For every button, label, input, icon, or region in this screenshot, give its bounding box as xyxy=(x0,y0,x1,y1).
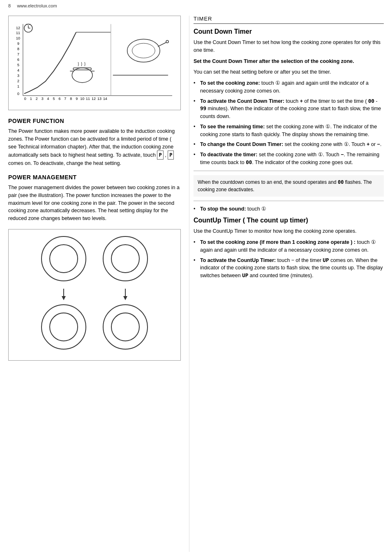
power-function-title: POWER FUNCTION xyxy=(8,118,181,124)
power-management-text: The power management divides the power b… xyxy=(8,184,181,222)
heat-graph: 12 11 10 9 8 7 6 5 4 3 2 1 0 0 1 2 xyxy=(8,16,181,110)
right-circle-bottom-inner xyxy=(111,313,140,341)
svg-text:5: 5 xyxy=(17,63,19,67)
p-symbol-2: P xyxy=(168,151,174,160)
right-circle-group xyxy=(103,236,148,281)
stop-sound-bullet: To stop the sound: touch ① xyxy=(194,205,384,213)
svg-point-43 xyxy=(132,43,155,58)
svg-text:3: 3 xyxy=(17,74,19,78)
info-box: When the countdown comes to an end, the … xyxy=(194,175,384,197)
count-down-bullets: To set the cooking zone: touch ① again a… xyxy=(194,79,384,167)
svg-marker-49 xyxy=(123,296,127,300)
svg-text:6: 6 xyxy=(58,97,60,101)
left-column: 12 11 10 9 8 7 6 5 4 3 2 1 0 0 1 2 xyxy=(0,16,189,552)
left-circle-bottom-group xyxy=(41,304,86,350)
bullet-remaining-bold: To see the remaining time: xyxy=(200,124,265,130)
svg-text:13: 13 xyxy=(97,97,101,101)
svg-rect-39 xyxy=(73,68,91,70)
bullet-change-timer: To change the Count Down Timer: set the … xyxy=(194,141,384,148)
svg-text:10: 10 xyxy=(16,36,20,40)
bullet-deactivate-bold: To deactivate the timer: xyxy=(200,152,257,158)
left-circle-bottom-outer xyxy=(41,304,86,350)
count-down-sub-text: You can set the heat setting before or a… xyxy=(194,68,384,76)
count-up-intro: Use the CountUp Timer to monitor how lon… xyxy=(194,227,384,235)
svg-marker-47 xyxy=(62,296,66,300)
svg-text:1: 1 xyxy=(30,97,32,101)
right-circle-bottom-outer xyxy=(103,304,148,350)
svg-text:12: 12 xyxy=(92,97,96,101)
right-circle-outer xyxy=(103,236,148,281)
svg-text:12: 12 xyxy=(16,26,20,30)
svg-text:10: 10 xyxy=(80,97,84,101)
bullet-remaining-time: To see the remaining time: set the cooki… xyxy=(194,123,384,139)
svg-text:14: 14 xyxy=(103,97,107,101)
svg-text:11: 11 xyxy=(16,31,20,35)
bullet-set-cooking-zone: To set the cooking zone: touch ① again a… xyxy=(194,79,384,95)
right-circle-bottom-group xyxy=(103,304,148,350)
separator-1 xyxy=(194,171,384,171)
svg-text:11: 11 xyxy=(86,97,90,101)
svg-text:9: 9 xyxy=(76,97,78,101)
website: www.electrolux.com xyxy=(17,3,57,8)
svg-point-45 xyxy=(166,40,168,43)
left-circle-inner xyxy=(49,244,78,273)
svg-text:2: 2 xyxy=(36,97,38,101)
svg-text:7: 7 xyxy=(64,97,66,101)
bullet-activate-countup-bold: To activate the CountUp Timer: xyxy=(200,257,276,263)
bullet-set-zone-countup-bold: To set the cooking zone (if more than 1 … xyxy=(200,239,355,245)
left-circle-outer xyxy=(41,236,86,281)
left-circle-group xyxy=(41,236,86,281)
bullet-stop-sound: To stop the sound: touch ① xyxy=(194,205,384,213)
svg-line-44 xyxy=(158,42,166,46)
svg-text:2: 2 xyxy=(17,79,19,83)
right-arrow xyxy=(103,289,148,301)
page: 8 www.electrolux.com 12 11 10 9 8 7 6 5 … xyxy=(0,0,392,556)
bullet-activate-bold: To activate the Count Down Timer: xyxy=(200,98,284,104)
svg-text:0: 0 xyxy=(24,97,26,101)
stop-sound-bold: To stop the sound: xyxy=(200,206,246,212)
count-up-bullets: To set the cooking zone (if more than 1 … xyxy=(194,239,384,280)
left-circle-bottom-inner xyxy=(49,313,78,341)
graph-svg: 12 11 10 9 8 7 6 5 4 3 2 1 0 0 1 2 xyxy=(13,20,176,106)
svg-point-30 xyxy=(24,24,32,32)
count-down-title: Count Down Timer xyxy=(194,28,384,35)
right-circle-inner xyxy=(111,244,140,273)
bullet-activate-count-down: To activate the Count Down Timer: touch … xyxy=(194,97,384,120)
circles-top-row xyxy=(41,236,148,281)
svg-text:3: 3 xyxy=(42,97,44,101)
power-function-text: The Power function makes more power avai… xyxy=(8,127,181,167)
bullet-change-text: set the cooking zone with ①. Touch + or … xyxy=(285,141,382,147)
svg-text:4: 4 xyxy=(47,97,49,101)
svg-text:4: 4 xyxy=(17,68,19,72)
page-number: 8 xyxy=(8,3,11,8)
circles-bottom-row xyxy=(41,304,148,350)
timer-header: TIMER xyxy=(194,16,384,24)
stop-sound-text: touch ① xyxy=(247,206,266,212)
right-column: TIMER Count Down Timer Use the Count Dow… xyxy=(189,16,392,552)
power-management-title: POWER MANAGEMENT xyxy=(8,174,181,181)
count-up-title: CountUp Timer ( The count up timer) xyxy=(194,217,384,224)
bullet-activate-countup: To activate the CountUp Timer: touch − o… xyxy=(194,257,384,280)
bullet-change-bold: To change the Count Down Timer: xyxy=(200,141,283,147)
svg-text:1: 1 xyxy=(17,84,19,88)
bullet-deactivate-timer: To deactivate the timer: set the cooking… xyxy=(194,151,384,167)
count-down-intro: Use the Count Down Timer to set how long… xyxy=(194,39,384,54)
count-down-bold-text: Set the Count Down Timer after the selec… xyxy=(194,58,354,64)
svg-text:8: 8 xyxy=(17,47,19,51)
svg-text:9: 9 xyxy=(17,42,19,46)
bullet-set-zone-bold: To set the cooking zone: xyxy=(200,80,260,86)
svg-text:7: 7 xyxy=(17,52,19,56)
left-arrow xyxy=(41,289,86,301)
count-down-bold-heading: Set the Count Down Timer after the selec… xyxy=(194,58,384,65)
svg-text:5: 5 xyxy=(53,97,55,101)
svg-text:8: 8 xyxy=(70,97,72,101)
svg-text:6: 6 xyxy=(17,58,19,62)
page-header: 8 www.electrolux.com xyxy=(0,0,392,12)
p-symbol: P xyxy=(157,151,163,160)
separator-2 xyxy=(194,201,384,201)
svg-text:0: 0 xyxy=(17,92,19,96)
info-box-text: When the countdown comes to an end, the … xyxy=(198,179,372,192)
power-diagram xyxy=(8,229,181,361)
arrows-row xyxy=(41,289,148,301)
content-area: 12 11 10 9 8 7 6 5 4 3 2 1 0 0 1 2 xyxy=(0,12,392,556)
